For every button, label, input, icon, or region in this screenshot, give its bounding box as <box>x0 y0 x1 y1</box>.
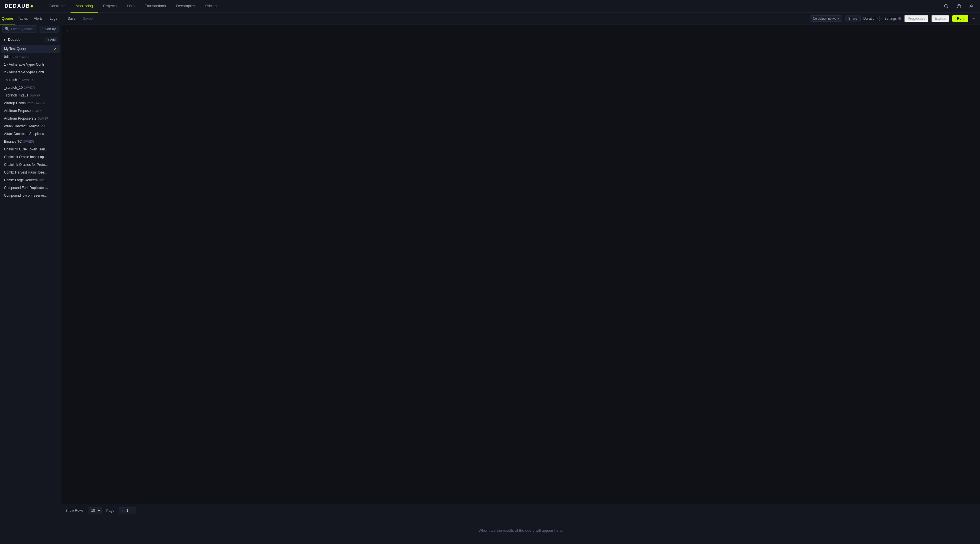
query-star-icon[interactable]: ☆ <box>54 116 57 121</box>
query-badge: OWNER <box>29 94 40 97</box>
add-query-button[interactable]: + Add <box>45 37 58 42</box>
query-item[interactable]: _scratch_1OWNER👤☆ <box>1 76 60 84</box>
search-input[interactable] <box>11 27 35 31</box>
sidebar-tab-tables[interactable]: Tables <box>16 13 31 25</box>
query-item[interactable]: Chainlink Oracles for ProtocolOWNER👤☆ <box>1 161 60 168</box>
query-item-name: Comb: Harvest Hasn't been called in 6 ho… <box>4 170 49 174</box>
query-user-icon[interactable]: 👤 <box>49 94 53 97</box>
query-item[interactable]: Comb: Large RedeemOWNER👤☆ <box>1 176 60 184</box>
rows-select[interactable]: 10 25 50 <box>88 507 102 514</box>
group-header-left: ▼ Dedaub <box>3 38 21 42</box>
query-user-icon[interactable]: 👤 <box>49 132 53 136</box>
query-user-icon[interactable]: 👤 <box>49 193 53 198</box>
preprocess-button[interactable]: Preprocess <box>904 15 929 22</box>
save-button[interactable]: Save <box>65 16 78 21</box>
query-item[interactable]: _scratch_10OWNER👤☆ <box>1 84 60 91</box>
settings-control[interactable]: Settings ⚙ <box>885 16 902 21</box>
search-icon[interactable] <box>942 2 950 10</box>
run-button[interactable]: Run <box>952 15 968 22</box>
current-page: 1 <box>125 509 130 512</box>
query-star-icon[interactable]: ☆ <box>54 178 57 182</box>
explain-button[interactable]: Explain <box>931 15 950 22</box>
query-user-icon[interactable]: 👤 <box>49 109 53 113</box>
query-item[interactable]: My Test Query✓ <box>1 45 60 53</box>
query-star-icon[interactable]: ☆ <box>54 186 57 190</box>
query-item[interactable]: Binance TCOWNER👤☆ <box>1 138 60 145</box>
nav-link-transactions[interactable]: Transactions <box>140 0 171 13</box>
sidebar-tab-queries[interactable]: Queries <box>0 13 16 25</box>
query-user-icon[interactable]: 👤 <box>49 78 53 82</box>
sidebar-tab-alerts[interactable]: Alerts <box>30 13 46 25</box>
nav-link-lists[interactable]: Lists <box>122 0 140 13</box>
query-star-icon[interactable]: ☆ <box>54 193 57 198</box>
help-icon[interactable]: ? <box>955 2 963 10</box>
query-star-icon[interactable]: ☆ <box>54 101 57 105</box>
user-icon[interactable] <box>967 2 975 10</box>
query-user-icon[interactable]: 👤 <box>49 140 53 144</box>
query-item-name: My Test Query <box>4 47 54 51</box>
query-user-icon[interactable]: 👤 <box>49 116 53 121</box>
query-user-icon[interactable]: 👤 <box>49 147 53 151</box>
query-badge: OWNER <box>23 140 34 143</box>
nav-link-pricing[interactable]: Pricing <box>200 0 222 13</box>
query-star-icon[interactable]: ☆ <box>54 140 57 144</box>
query-star-icon[interactable]: ☆ <box>54 55 57 59</box>
query-star-icon[interactable]: ☆ <box>54 170 57 174</box>
query-user-icon[interactable]: 👤 <box>49 178 53 182</box>
sidebar-tab-logs[interactable]: Logs <box>46 13 61 25</box>
query-user-icon[interactable]: 👤 <box>49 186 53 190</box>
query-item[interactable]: Compound low on reservesOWNER👤☆ <box>1 192 60 199</box>
nav-link-decompiler[interactable]: Decompiler <box>171 0 200 13</box>
query-star-icon[interactable]: ☆ <box>54 163 57 167</box>
close-editor-icon[interactable]: − <box>971 16 976 21</box>
query-item[interactable]: Chainlink CCIP Token TransfersOWNER👤☆ <box>1 146 60 153</box>
network-badge[interactable]: No default network <box>810 16 842 22</box>
query-user-icon[interactable]: 👤 <box>49 70 53 74</box>
query-star-icon[interactable]: ☆ <box>54 109 57 113</box>
query-item[interactable]: _scratch_42161OWNER👤☆ <box>1 92 60 99</box>
nav-link-contracts[interactable]: Contracts <box>44 0 70 13</box>
query-item[interactable]: 1 - Vulnerable Vyper ContractsOWNER👤☆ <box>1 61 60 68</box>
query-user-icon[interactable]: 👤 <box>49 55 53 59</box>
query-star-icon[interactable]: ☆ <box>54 132 57 136</box>
query-star-icon[interactable]: ☆ <box>54 94 57 97</box>
query-star-icon[interactable]: ☆ <box>54 155 57 159</box>
group-header[interactable]: ▼ Dedaub + Add <box>0 35 61 44</box>
query-star-icon[interactable]: ☆ <box>54 62 57 67</box>
query-user-icon[interactable]: 👤 <box>49 62 53 67</box>
query-item[interactable]: Compound Fork Duplicate PoolsOWNER👤☆ <box>1 184 60 192</box>
editor-area[interactable]: 1 <box>61 25 980 504</box>
query-user-icon[interactable]: 👤 <box>49 163 53 167</box>
bottom-panel: Show Rows 10 25 50 Page ‹ 1 › When ran, … <box>61 504 980 544</box>
query-item[interactable]: Comb: Harvest Hasn't been called in 6 ho… <box>1 169 60 176</box>
sort-button[interactable]: ↕ Sort by <box>39 26 59 33</box>
query-item[interactable]: Arbitrum ProposersOWNER👤☆ <box>1 107 60 114</box>
query-star-icon[interactable]: ☆ <box>54 70 57 74</box>
prev-page-button[interactable]: ‹ <box>122 508 123 513</box>
duration-control[interactable]: Duration i <box>864 17 881 21</box>
nav-link-monitoring[interactable]: Monitoring <box>70 0 98 13</box>
nav-link-projects[interactable]: Projects <box>98 0 122 13</box>
query-star-icon[interactable]: ☆ <box>54 78 57 82</box>
query-star-icon[interactable]: ☆ <box>54 147 57 151</box>
query-user-icon[interactable]: 👤 <box>49 124 53 128</box>
editor-toolbar: Save Saved No default network Share Dura… <box>61 13 980 25</box>
query-item[interactable]: Chainlink Oracle hasn't updated in 24hrs… <box>1 153 60 161</box>
query-badge: OWNER <box>35 109 45 113</box>
query-user-icon[interactable]: 👤 <box>49 170 53 174</box>
query-item[interactable]: AttackContract | Suspiciously Deployed C… <box>1 130 60 138</box>
share-button[interactable]: Share <box>845 15 861 22</box>
query-item[interactable]: Arbitrum Proposers 2OWNER👤☆ <box>1 115 60 122</box>
query-user-icon[interactable]: 👤 <box>49 155 53 159</box>
query-item[interactable]: 0dt to adtOWNER👤☆ <box>1 53 60 60</box>
query-item[interactable]: AttackContract | Maybe Vulnerable Contra… <box>1 122 60 130</box>
query-star-icon[interactable]: ☆ <box>54 124 57 128</box>
next-page-button[interactable]: › <box>131 508 133 513</box>
query-user-icon[interactable]: 👤 <box>49 101 53 105</box>
query-item[interactable]: Airdrop DistributorsOWNER👤☆ <box>1 99 60 107</box>
query-item[interactable]: 2 - Vulnerable Vyper ContractsOWNER👤☆ <box>1 68 60 76</box>
query-user-icon[interactable]: 👤 <box>49 86 53 90</box>
query-item-name: _scratch_42161OWNER <box>4 94 49 97</box>
query-star-icon[interactable]: ☆ <box>54 86 57 90</box>
show-rows-label: Show Rows <box>65 509 83 512</box>
